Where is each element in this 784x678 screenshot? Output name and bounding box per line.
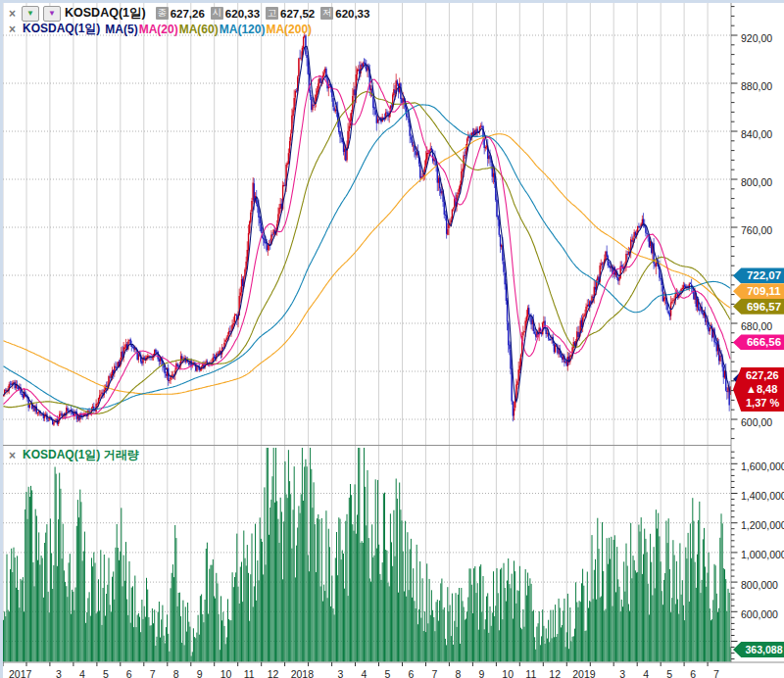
month-label: 2017 [9,668,31,678]
ma-header: × KOSDAQ(1일) MA(5)MA(20)MA(60)MA(120)MA(… [7,22,312,36]
quote-value: 627,52 [280,8,315,20]
month-label: 8 [173,668,179,678]
chart-canvas[interactable] [0,0,784,678]
quote-value: 620,33 [225,8,260,20]
price-box-line: 1,37 % [746,396,784,410]
ma-labels: MA(5)MA(20)MA(60)MA(120)MA(200) [104,23,312,36]
month-label: 3 [56,668,62,678]
month-label: 7 [431,668,437,678]
volume-header: × KOSDAQ(1일) 거래량 [7,448,139,462]
volume-header-label: KOSDAQ(1일) 거래량 [23,447,139,463]
volume-tick-label: 1,400,000 [741,490,784,502]
price-tag: 709,11 [733,283,784,299]
month-label: 9 [478,668,484,678]
month-label: 8 [455,668,461,678]
current-volume-tag: 363,088 [733,642,784,657]
indicator-dropdown-button[interactable]: ▼ [43,6,61,22]
price-tick-label: 680,00 [741,320,772,332]
close-icon[interactable]: × [7,23,18,36]
close-icon[interactable]: × [7,7,18,21]
quote-key-badge: 저 [320,7,333,20]
dropdown-arrow-icon: ▼ [48,10,56,18]
volume-tick-label: 800,000 [741,579,778,591]
price-tag: 696,57 [733,299,784,315]
quote-badges: 종627,26시620,33고627,52저620,33 [150,7,370,20]
quote-key-badge: 시 [211,7,223,20]
price-header: × ▼ ▼ KOSDAQ(1일) 종627,26시620,33고627,52저6… [7,5,369,22]
month-label: 6 [126,668,132,678]
month-label: 12 [549,668,561,678]
month-label: 4 [643,668,649,678]
price-tag: 666,56 [733,334,784,350]
ma-header-title: KOSDAQ(1일) [23,21,100,37]
month-label: 3 [619,668,625,678]
month-label: 11 [525,668,536,678]
month-label: 9 [197,668,203,678]
price-tick-label: 880,00 [741,80,772,92]
quote-key-badge: 종 [156,7,169,20]
ma-legend-20: MA(20) [139,23,178,36]
volume-tick-label: 1,200,000 [741,519,784,531]
quote-key-badge: 고 [266,7,278,20]
current-price-tag: 627,26▲8,481,37 % [733,367,784,412]
volume-tick-label: 1,000,000 [741,549,784,560]
quote-value: 627,26 [171,8,205,20]
chart-type-dropdown-button[interactable]: ▼ [22,6,39,22]
quote-value: 620,33 [335,8,369,20]
volume-tick-label: 600,000 [741,608,778,620]
volume-tick-label: 1,600,000 [741,460,784,472]
chart-window: × ▼ ▼ KOSDAQ(1일) 종627,26시620,33고627,52저6… [0,0,784,678]
ma-legend-5: MA(5) [105,23,137,36]
month-label: 4 [79,668,85,678]
price-tick-label: 920,00 [741,32,772,44]
month-label: 5 [666,668,672,678]
symbol-title: KOSDAQ(1일) [65,5,146,22]
month-label: 4 [362,668,368,678]
price-tag: 722,07 [733,267,784,283]
month-label: 10 [220,668,232,678]
month-label: 2018 [291,668,314,678]
month-label: 5 [385,668,391,678]
price-box-line: ▲8,48 [746,382,784,396]
month-label: 12 [268,668,279,678]
month-label: 6 [690,668,696,678]
month-label: 10 [502,668,514,678]
close-icon[interactable]: × [7,449,18,462]
price-tick-label: 600,00 [741,416,772,428]
price-tick-label: 840,00 [741,128,772,140]
price-tick-label: 760,00 [741,224,772,236]
month-label: 7 [150,668,156,678]
month-label: 11 [244,668,255,678]
month-label: 6 [408,668,414,678]
month-label: 7 [713,668,719,678]
ma-legend-200: MA(200) [266,23,312,36]
month-label: 3 [338,668,344,678]
price-box-line: 627,26 [746,368,784,382]
price-tick-label: 800,00 [741,176,772,188]
dropdown-arrow-icon: ▼ [26,10,34,18]
month-label: 2019 [572,668,595,678]
ma-legend-60: MA(60) [179,23,219,36]
month-label: 5 [103,668,109,678]
ma-legend-120: MA(120) [220,23,266,36]
